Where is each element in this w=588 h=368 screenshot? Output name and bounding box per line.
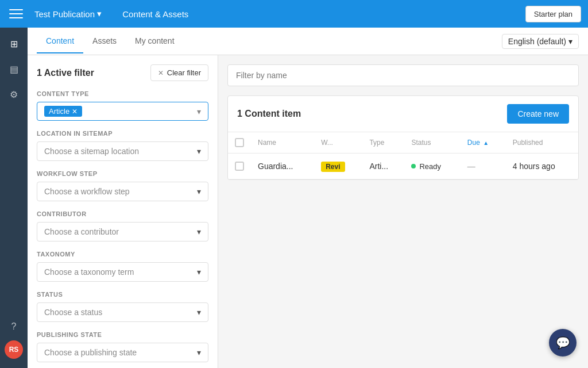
sitemap-placeholder: Choose a sitemap location [44,147,139,156]
status-ready: Ready [411,162,453,171]
content-body: 1 Active filter ✕ Clear filter CONTENT T… [28,55,588,368]
tag-label: Article [49,107,69,116]
sitemap-label: LOCATION IN SITEMAP [37,130,208,137]
filter-section-content-type: CONTENT TYPE Article ✕ ▾ [37,90,208,121]
row-name[interactable]: Guardia... [251,154,314,179]
row-checkbox[interactable] [235,162,244,171]
taxonomy-select[interactable]: Choose a taxonomy term ▾ [37,262,208,282]
sidebar-gear-icon[interactable]: ⚙ [2,83,25,106]
sidebar-question-icon[interactable]: ? [2,315,25,338]
sidebar-layout-icon[interactable]: ▤ [2,57,25,80]
content-card: 1 Content item Create new Name W... Type… [227,95,579,180]
contributor-placeholder: Choose a contributor [44,227,119,236]
taxonomy-chevron-icon: ▾ [197,267,201,277]
starter-plan-button[interactable]: Starter plan [525,6,581,22]
content-type-label: CONTENT TYPE [37,90,208,97]
filter-section-publishing-state: PUBLISHING STATE Choose a publishing sta… [37,331,208,362]
top-navigation: Test Publication ▾ Content & Assets Star… [0,0,588,28]
status-placeholder: Choose a status [44,308,102,317]
table-header-type: Type [362,132,404,154]
content-card-header: 1 Content item Create new [228,96,578,132]
status-label: Ready [419,162,441,171]
row-published: 4 hours ago [506,154,578,179]
taxonomy-label: TAXONOMY [37,251,208,258]
chat-bubble-button[interactable]: 💬 [549,329,577,356]
row-workflow: Revi [314,154,362,179]
tab-content[interactable]: Content [37,29,83,53]
workflow-label: WORKFLOW STEP [37,170,208,177]
avatar[interactable]: RS [5,340,23,359]
contributor-chevron-icon: ▾ [197,227,201,236]
publishing-state-select[interactable]: Choose a publishing state ▾ [37,343,208,362]
content-type-input[interactable]: Article ✕ ▾ [37,102,208,121]
sitemap-chevron-icon: ▾ [197,147,201,156]
filter-section-workflow: WORKFLOW STEP Choose a workflow step ▾ [37,170,208,201]
table-header-due[interactable]: Due ▲ [461,132,506,154]
clear-filter-button[interactable]: ✕ Clear filter [150,64,208,81]
tab-my-content[interactable]: My content [126,29,183,53]
sitemap-select[interactable]: Choose a sitemap location ▾ [37,141,208,161]
publishing-state-placeholder: Choose a publishing state [44,348,137,357]
filter-section-status: STATUS Choose a status ▾ [37,291,208,322]
close-icon: ✕ [158,69,164,77]
header-checkbox[interactable] [235,138,244,147]
table-row: Guardia... Revi Arti... Ready [228,154,578,179]
status-dot-icon [411,164,416,168]
article-tag: Article ✕ [44,106,82,117]
publishing-state-label: PUBLISHING STATE [37,331,208,338]
publication-title[interactable]: Test Publication ▾ [34,9,102,19]
filter-by-name-input[interactable] [227,64,579,86]
nav-section-label: Content & Assets [122,9,188,19]
workflow-select[interactable]: Choose a workflow step ▾ [37,182,208,201]
language-label: English (default) [508,37,566,46]
left-sidebar: ⊞ ▤ ⚙ ? RS [0,28,28,368]
publishing-state-chevron-icon: ▾ [197,348,201,357]
tab-assets[interactable]: Assets [83,29,126,53]
filter-section-taxonomy: TAXONOMY Choose a taxonomy term ▾ [37,251,208,282]
row-due: — [461,154,506,179]
nav-divider [111,9,113,19]
table-header-name: Name [251,132,314,154]
content-item-count: 1 Content item [237,109,301,119]
filter-section-contributor: CONTRIBUTOR Choose a contributor ▾ [37,210,208,241]
table-header-workflow: W... [314,132,362,154]
status-label: STATUS [37,291,208,298]
row-type: Arti... [362,154,404,179]
filter-sidebar: 1 Active filter ✕ Clear filter CONTENT T… [28,55,218,368]
clear-filter-label: Clear filter [167,68,201,77]
contributor-label: CONTRIBUTOR [37,210,208,217]
contributor-select[interactable]: Choose a contributor ▾ [37,222,208,241]
row-checkbox-cell [228,154,251,179]
active-filter-label: 1 Active filter [37,68,94,78]
publication-chevron-icon: ▾ [97,9,102,19]
content-list-area: 1 Content item Create new Name W... Type… [218,55,588,368]
language-chevron-icon: ▾ [568,37,572,46]
status-select[interactable]: Choose a status ▾ [37,302,208,322]
create-new-button[interactable]: Create new [507,104,569,124]
tabs-bar: Content Assets My content English (defau… [28,28,588,55]
language-selector[interactable]: English (default) ▾ [502,34,579,49]
table-header-status: Status [404,132,460,154]
due-label: Due [467,139,480,147]
workflow-chevron-icon: ▾ [197,187,201,196]
content-table: Name W... Type Status Due ▲ Published [228,132,578,179]
taxonomy-placeholder: Choose a taxonomy term [44,267,134,277]
tag-remove-icon[interactable]: ✕ [72,108,78,116]
filter-header: 1 Active filter ✕ Clear filter [37,64,208,81]
hamburger-menu-icon[interactable] [7,5,25,23]
sort-asc-icon: ▲ [483,140,489,146]
chat-icon: 💬 [556,336,570,350]
filter-section-sitemap: LOCATION IN SITEMAP Choose a sitemap loc… [37,130,208,161]
due-value: — [467,162,475,171]
table-header-row: Name W... Type Status Due ▲ Published [228,132,578,154]
table-header-checkbox [228,132,251,154]
workflow-badge: Revi [321,162,345,172]
row-status: Ready [404,154,460,179]
status-chevron-icon: ▾ [197,308,201,317]
table-header-published: Published [506,132,578,154]
sidebar-grid-icon[interactable]: ⊞ [2,32,25,55]
workflow-placeholder: Choose a workflow step [44,187,130,196]
publication-name: Test Publication [34,9,95,19]
content-type-chevron-icon: ▾ [197,107,201,116]
main-area: Content Assets My content English (defau… [28,28,588,368]
